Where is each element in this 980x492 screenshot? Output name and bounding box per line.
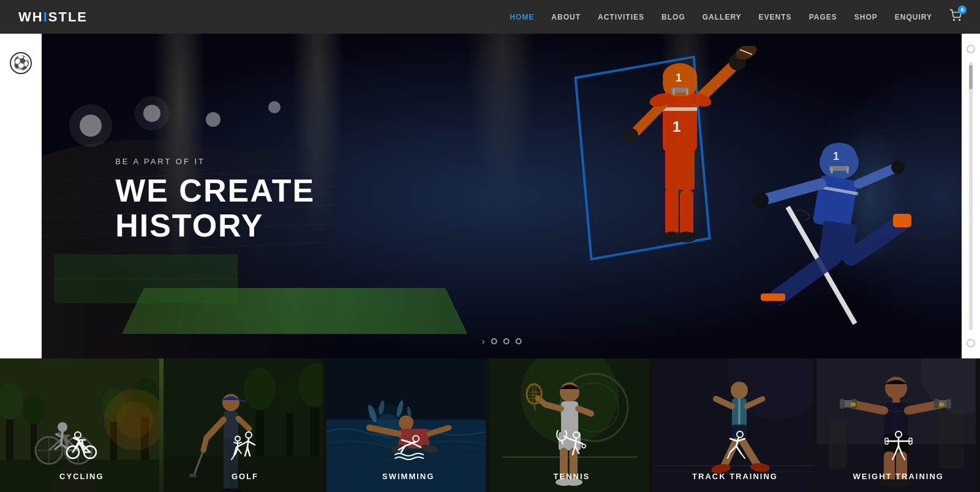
- nav-gallery[interactable]: GALLERY: [703, 13, 742, 21]
- scroll-down-button[interactable]: [967, 339, 975, 347]
- nav-shop[interactable]: SHOP: [854, 13, 878, 21]
- hero-title-line1: WE CREATE: [115, 173, 315, 208]
- svg-point-1: [959, 20, 960, 21]
- nav-home[interactable]: HOME: [510, 13, 534, 21]
- cart-button[interactable]: 6: [949, 9, 962, 25]
- svg-rect-31: [665, 187, 679, 236]
- svg-rect-54: [893, 214, 911, 227]
- svg-line-133: [238, 448, 241, 453]
- nav-pages[interactable]: PAGES: [809, 13, 837, 21]
- sport-card-swimming[interactable]: SWIMMING: [326, 358, 490, 492]
- tennis-card-content: TENNIS: [490, 430, 654, 492]
- svg-line-125: [248, 441, 255, 445]
- golf-icon: [229, 430, 261, 467]
- svg-point-120: [246, 432, 252, 438]
- svg-line-45: [766, 184, 821, 199]
- svg-point-34: [677, 232, 696, 243]
- player-orange-svg: 1 1: [594, 46, 766, 303]
- weight-icon: [883, 430, 914, 467]
- svg-line-151: [402, 440, 412, 443]
- svg-line-53: [851, 224, 900, 257]
- nav-events[interactable]: EVENTS: [759, 13, 792, 21]
- slide-dots: ›: [482, 336, 522, 346]
- scrollbar-thumb[interactable]: [969, 65, 973, 89]
- svg-point-10: [69, 104, 112, 147]
- svg-line-244: [902, 455, 905, 460]
- svg-point-94: [75, 432, 81, 438]
- svg-line-204: [730, 439, 737, 441]
- svg-point-48: [891, 161, 905, 174]
- svg-line-121: [247, 438, 249, 447]
- svg-line-209: [741, 453, 745, 458]
- svg-point-128: [235, 436, 240, 441]
- cycling-icon: [66, 430, 97, 467]
- hero-title: WE CREATE HISTORY: [115, 173, 315, 243]
- svg-line-47: [859, 168, 894, 184]
- golf-label: GOLF: [232, 472, 258, 481]
- svg-point-14: [268, 101, 281, 113]
- cycling-card-content: CYCLING: [0, 430, 164, 492]
- site-header: WHiSTLE HOME ABOUT ACTIVITIES BLOG GALLE…: [0, 0, 980, 34]
- nav-about[interactable]: ABOUT: [551, 13, 581, 21]
- svg-line-187: [575, 446, 579, 453]
- nav-enquiry[interactable]: ENQUIRY: [895, 13, 932, 21]
- hero-subtitle: BE A PART OF IT: [115, 157, 315, 166]
- svg-point-29: [624, 128, 638, 143]
- svg-point-185: [582, 444, 586, 448]
- cart-count: 6: [958, 6, 967, 14]
- track-card-content: TRACK TRAINING: [654, 430, 817, 492]
- weight-card-content: WEIGHT TRAINING: [816, 430, 980, 492]
- track-label: TRACK TRAINING: [692, 472, 778, 481]
- sport-card-golf[interactable]: GOLF: [164, 358, 327, 492]
- cycling-label: CYCLING: [59, 472, 104, 481]
- swimming-icon: [393, 430, 424, 467]
- main-wrapper: ⚽: [0, 34, 980, 358]
- svg-line-124: [232, 456, 234, 460]
- slide-arrow-button[interactable]: ›: [482, 336, 485, 346]
- hero-slider: 1 1: [42, 34, 962, 358]
- svg-point-182: [557, 430, 567, 441]
- sport-card-cycling[interactable]: CYCLING: [0, 358, 164, 492]
- svg-text:1: 1: [676, 72, 682, 84]
- svg-line-184: [576, 441, 582, 444]
- svg-line-241: [895, 446, 899, 455]
- nav-blog[interactable]: BLOG: [662, 13, 685, 21]
- svg-point-178: [573, 432, 579, 438]
- tennis-icon: [556, 430, 587, 467]
- svg-point-234: [895, 431, 902, 437]
- nav-activities[interactable]: ACTIVITIES: [598, 13, 644, 21]
- svg-point-12: [135, 96, 169, 131]
- sport-card-track[interactable]: TRACK TRAINING: [654, 358, 817, 492]
- slide-dot-1[interactable]: [491, 338, 497, 344]
- svg-line-207: [736, 446, 741, 453]
- svg-text:1: 1: [673, 118, 680, 135]
- svg-point-149: [413, 436, 419, 442]
- golf-card-content: GOLF: [164, 430, 327, 492]
- svg-line-243: [892, 455, 895, 460]
- swimming-label: SWIMMING: [382, 472, 434, 481]
- svg-rect-30: [665, 147, 695, 190]
- svg-line-28: [636, 104, 663, 132]
- svg-line-206: [730, 446, 736, 452]
- site-logo[interactable]: WHiSTLE: [18, 9, 88, 25]
- right-sidebar: [962, 34, 980, 358]
- scrollbar-track: [969, 62, 973, 330]
- sport-card-weight[interactable]: WEIGHT TRAINING: [816, 358, 980, 492]
- slide-dot-3[interactable]: [515, 338, 521, 344]
- svg-point-0: [954, 20, 955, 21]
- tennis-label: TENNIS: [554, 472, 590, 481]
- sport-card-tennis[interactable]: TENNIS: [490, 358, 654, 492]
- hero-text: BE A PART OF IT WE CREATE HISTORY: [115, 157, 315, 243]
- track-icon: [719, 430, 751, 467]
- svg-point-202: [737, 431, 743, 437]
- scroll-up-button[interactable]: [967, 45, 975, 53]
- svg-line-186: [573, 446, 575, 455]
- soccer-ball-icon[interactable]: ⚽: [10, 52, 32, 74]
- swimming-card-content: SWIMMING: [326, 430, 490, 492]
- svg-point-13: [206, 112, 221, 127]
- svg-line-242: [899, 446, 902, 455]
- slide-dot-2[interactable]: [503, 338, 509, 344]
- sports-cards-section: CYCLING: [0, 358, 980, 492]
- svg-line-152: [412, 443, 421, 447]
- svg-line-50: [778, 257, 833, 297]
